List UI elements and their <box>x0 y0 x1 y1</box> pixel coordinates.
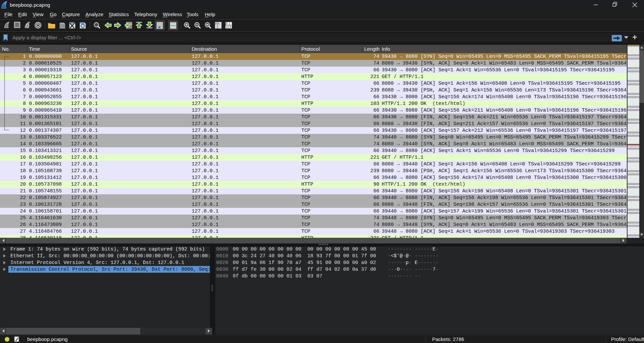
svg-text:2: 2 <box>226 25 228 29</box>
svg-text:1: 1 <box>229 22 230 25</box>
svg-text:3: 3 <box>230 25 231 29</box>
